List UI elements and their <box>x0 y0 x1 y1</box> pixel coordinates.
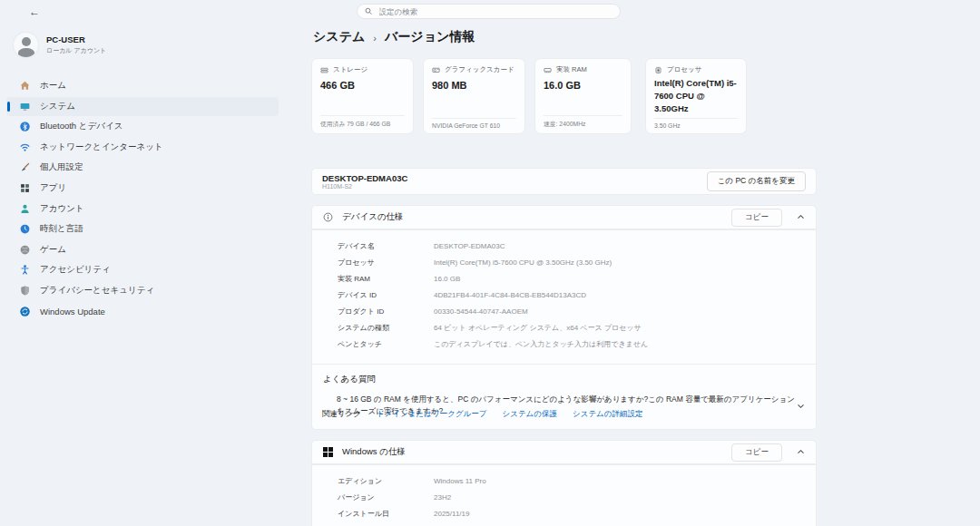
sidebar-item-accounts[interactable]: アカウント <box>6 200 279 219</box>
windows-specs-header[interactable]: Windows の仕様 コピー <box>311 440 817 464</box>
card-value: Intel(R) Core(TM) i5-7600 CPU @ 3.50GHz <box>654 77 738 114</box>
spec-row-version: バージョン23H2 <box>338 493 805 503</box>
windows-update-icon <box>18 305 31 317</box>
sidebar-item-apps[interactable]: アプリ <box>6 179 279 198</box>
user-account-type: ローカル アカウント <box>46 46 106 55</box>
privacy-shield-icon <box>18 284 31 297</box>
chevron-up-icon[interactable] <box>797 213 805 221</box>
faq-heading: よくある質問 <box>323 374 805 385</box>
link-system-protection[interactable]: システムの保護 <box>503 409 558 420</box>
ram-card[interactable]: 実装 RAM 16.0 GB 速度: 2400MHz <box>534 58 632 134</box>
spec-label: ペンとタッチ <box>338 340 434 350</box>
sidebar-item-label: アカウント <box>40 203 84 215</box>
sidebar-item-accessibility[interactable]: アクセシビリティ <box>6 260 279 279</box>
sidebar-item-system[interactable]: システム <box>6 97 279 116</box>
spec-value: 2025/11/19 <box>434 510 469 520</box>
accessibility-icon <box>18 264 31 277</box>
summary-cards: ストレージ 466 GB 使用済み 79 GB / 466 GB グラフィックス… <box>311 58 747 134</box>
windows-logo-icon <box>323 447 333 457</box>
copy-device-specs-button[interactable]: コピー <box>731 209 782 227</box>
card-label: グラフィックスカード <box>445 65 514 74</box>
device-specs-title: デバイスの仕様 <box>342 211 404 223</box>
sidebar-item-label: プライバシーとセキュリティ <box>40 285 154 297</box>
spec-label: プロダクト ID <box>338 307 434 317</box>
system-icon <box>18 100 31 112</box>
spec-label: バージョン <box>338 493 434 503</box>
sidebar-nav: ホーム システム Bluetooth とデバイス ネットワークとインターネット … <box>6 76 279 322</box>
gaming-icon <box>18 243 31 256</box>
cpu-icon <box>654 66 662 74</box>
spec-row-device-id: デバイス ID4DB21FB4-401F-4C84-B4CB-EB544D13A… <box>338 291 805 301</box>
sidebar-item-label: システム <box>40 101 75 112</box>
pc-model: H110M-S2 <box>322 183 407 190</box>
spec-row-install-date: インストール日2025/11/19 <box>338 510 805 520</box>
spec-label: デバイス名 <box>338 242 434 252</box>
sidebar-item-home[interactable]: ホーム <box>6 76 279 95</box>
sidebar: PC-USER ローカル アカウント ホーム システム Bluetooth とデ… <box>0 0 301 526</box>
sidebar-item-windows-update[interactable]: Windows Update <box>6 302 279 321</box>
windows-specs-title: Windows の仕様 <box>342 446 406 458</box>
spec-value: 00330-54544-40747-AAOEM <box>434 307 528 317</box>
spec-value: Intel(R) Core(TM) i5-7600 CPU @ 3.50GHz … <box>434 258 612 268</box>
sidebar-item-gaming[interactable]: ゲーム <box>6 240 279 259</box>
spec-row-edition: エディションWindows 11 Pro <box>338 477 805 487</box>
user-name: PC-USER <box>46 34 106 45</box>
card-footer: 使用済み 79 GB / 466 GB <box>320 115 405 129</box>
card-footer: NVIDIA GeForce GT 610 <box>432 118 516 129</box>
link-advanced-system-settings[interactable]: システムの詳細設定 <box>573 409 643 420</box>
breadcrumb-separator-icon: › <box>373 32 377 44</box>
copy-windows-specs-button[interactable]: コピー <box>731 443 782 462</box>
card-footer: 速度: 2400MHz <box>544 115 622 129</box>
spec-value: Windows 11 Pro <box>434 477 486 487</box>
chevron-up-icon[interactable] <box>797 448 805 456</box>
sidebar-item-label: アクセシビリティ <box>40 264 111 276</box>
spec-value: DESKTOP-EDMA03C <box>434 242 505 252</box>
spec-value: 16.0 GB <box>434 275 460 285</box>
graphics-card[interactable]: グラフィックスカード 980 MB NVIDIA GeForce GT 610 <box>423 58 525 134</box>
sidebar-item-label: Windows Update <box>40 307 105 317</box>
network-icon <box>18 141 31 153</box>
page-title: バージョン情報 <box>385 29 475 45</box>
sidebar-item-personalization[interactable]: 個人用設定 <box>6 158 279 177</box>
user-profile[interactable]: PC-USER ローカル アカウント <box>14 33 106 57</box>
spec-row-ram: 実装 RAM16.0 GB <box>338 275 805 285</box>
sidebar-item-label: 時刻と言語 <box>40 223 83 235</box>
card-label: ストレージ <box>333 65 368 74</box>
gpu-icon <box>432 66 440 74</box>
accounts-icon <box>18 202 31 215</box>
apps-icon <box>18 181 31 194</box>
sidebar-item-time-language[interactable]: 時刻と言語 <box>6 219 279 239</box>
device-specs-header[interactable]: デバイスの仕様 コピー <box>311 205 817 229</box>
spec-row-device-name: デバイス名DESKTOP-EDMA03C <box>338 242 805 252</box>
breadcrumb: システム › バージョン情報 <box>313 29 475 45</box>
sidebar-item-label: ゲーム <box>40 244 66 256</box>
card-label: 実装 RAM <box>556 65 587 74</box>
spec-label: インストール日 <box>338 510 434 520</box>
breadcrumb-system[interactable]: システム <box>313 29 365 45</box>
device-specs-body: デバイス名DESKTOP-EDMA03C プロセッサIntel(R) Core(… <box>311 229 817 430</box>
link-domain-workgroup[interactable]: ドメインまたはワークグループ <box>377 409 486 420</box>
sidebar-item-label: アプリ <box>40 182 66 194</box>
card-value: 980 MB <box>432 79 516 92</box>
related-links: 関連リンク ドメインまたはワークグループ システムの保護 システムの詳細設定 <box>322 409 643 420</box>
storage-card[interactable]: ストレージ 466 GB 使用済み 79 GB / 466 GB <box>311 58 414 134</box>
pc-name: DESKTOP-EDMA03C <box>322 173 407 184</box>
time-language-icon <box>18 223 31 236</box>
card-label: プロセッサ <box>667 65 701 74</box>
sidebar-item-label: 個人用設定 <box>40 161 83 173</box>
card-footer: 3.50 GHz <box>654 118 738 129</box>
spec-label: デバイス ID <box>338 291 434 301</box>
spec-label: 実装 RAM <box>338 275 434 285</box>
home-icon <box>18 80 31 93</box>
main-content: システム › バージョン情報 ストレージ 466 GB 使用済み 79 GB /… <box>311 0 818 526</box>
ram-icon <box>544 66 552 74</box>
sidebar-item-bluetooth-devices[interactable]: Bluetooth とデバイス <box>6 117 279 136</box>
sidebar-item-privacy-security[interactable]: プライバシーとセキュリティ <box>6 281 279 300</box>
processor-card[interactable]: プロセッサ Intel(R) Core(TM) i5-7600 CPU @ 3.… <box>645 58 747 134</box>
personalization-icon <box>18 161 31 174</box>
spec-row-product-id: プロダクト ID00330-54544-40747-AAOEM <box>338 307 805 317</box>
sidebar-item-network-internet[interactable]: ネットワークとインターネット <box>6 138 279 157</box>
rename-pc-button[interactable]: この PC の名前を変更 <box>707 171 806 191</box>
chevron-down-icon[interactable] <box>797 402 805 410</box>
card-value: 466 GB <box>320 79 405 92</box>
